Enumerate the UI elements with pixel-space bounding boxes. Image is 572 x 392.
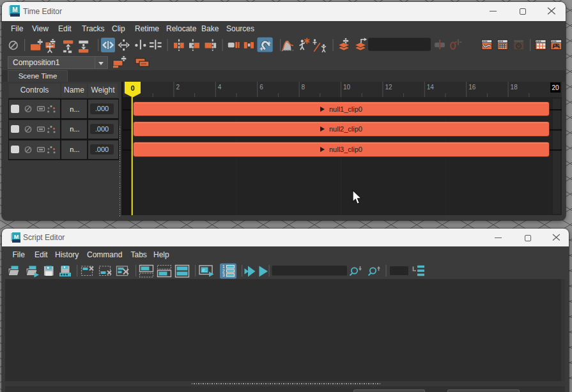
svg-text:M: M [12,6,17,13]
svg-text:M: M [14,234,19,240]
svg-text:4: 4 [218,84,222,91]
svg-text://..: //.. [202,268,207,273]
svg-text:18: 18 [511,84,518,91]
svg-text:20: 20 [552,84,559,91]
svg-text:14: 14 [427,84,435,91]
svg-text:6: 6 [259,84,263,91]
svg-text:12: 12 [385,84,392,91]
svg-text:16: 16 [468,84,476,91]
svg-text:0: 0 [130,84,134,92]
svg-text:8: 8 [302,84,305,91]
svg-text:10: 10 [343,84,351,91]
svg-text:2: 2 [176,84,180,91]
svg-text:3: 3 [222,273,225,277]
